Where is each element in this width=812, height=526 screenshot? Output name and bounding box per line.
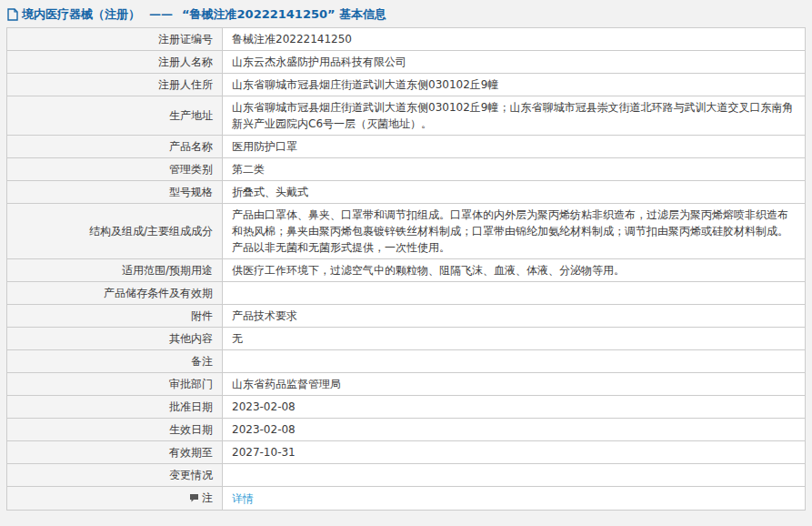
row-label-cell: 变更情况 — [7, 464, 223, 487]
row-value-cell: 山东省药品监督管理局 — [223, 373, 806, 396]
page: 境内医疗器械（注册） —— “鲁械注准20222141250” 基本信息 注册证… — [0, 0, 812, 511]
row-label: 生产地址 — [169, 109, 213, 122]
row-value — [232, 355, 236, 368]
table-row: 变更情况 — [7, 464, 806, 487]
row-label-cell: 产品储存条件及有效期 — [7, 282, 223, 305]
row-label-cell: 批准日期 — [7, 396, 223, 419]
row-value: 山东省聊城市冠县烟庄街道武训大道东侧030102丘9幢；山东省聊城市冠县崇文街道… — [232, 101, 793, 130]
comment-icon — [189, 491, 199, 507]
row-label-cell: 注册人住所 — [7, 74, 223, 96]
row-label: 有效期至 — [169, 446, 213, 459]
row-label: 适用范围/预期用途 — [122, 264, 213, 277]
row-value: 2023-02-08 — [232, 423, 296, 436]
row-value-cell — [223, 464, 806, 487]
row-value: 折叠式、头戴式 — [232, 186, 308, 198]
row-value-cell: 山东云杰永盛防护用品科技有限公司 — [223, 51, 806, 74]
row-label-cell: 注册人名称 — [7, 51, 223, 74]
table-row: 注册人住所 山东省聊城市冠县烟庄街道武训大道东侧030102丘9幢 — [7, 74, 806, 96]
row-value-cell: 2027-10-31 — [223, 441, 806, 464]
row-value-cell — [223, 282, 806, 305]
row-value-cell: 山东省聊城市冠县烟庄街道武训大道东侧030102丘9幢 — [223, 74, 806, 96]
table-row: 生产地址 山东省聊城市冠县烟庄街道武训大道东侧030102丘9幢；山东省聊城市冠… — [7, 96, 806, 136]
row-label-cell: 注册证编号 — [7, 28, 223, 51]
detail-link[interactable]: 详情 — [232, 492, 254, 505]
row-value — [232, 469, 236, 481]
row-value — [232, 287, 236, 299]
row-label-cell: 附件 — [7, 305, 223, 328]
table-row: 有效期至 2027-10-31 — [7, 441, 806, 464]
row-value: 供医疗工作环境下，过滤空气中的颗粒物、阻隔飞沫、血液、体液、分泌物等用。 — [232, 264, 625, 277]
row-value: 产品技术要求 — [232, 309, 297, 322]
row-label-cell: 备注 — [7, 350, 223, 373]
row-value-cell: 山东省聊城市冠县烟庄街道武训大道东侧030102丘9幢；山东省聊城市冠县崇文街道… — [223, 96, 806, 136]
row-value-cell: 2023-02-08 — [223, 419, 806, 441]
row-value-cell: 医用防护口罩 — [223, 136, 806, 158]
page-title-separator: —— — [149, 7, 173, 22]
registration-info-table: 注册证编号 鲁械注准20222141250 注册人名称 山东云杰永盛防护用品科技… — [6, 27, 806, 511]
table-row: 注册证编号 鲁械注准20222141250 — [7, 28, 806, 51]
row-value-cell: 产品由口罩体、鼻夹、口罩带和调节扣组成。口罩体的内外层为聚丙烯纺粘非织造布，过滤… — [223, 204, 806, 259]
row-label: 注册人名称 — [158, 56, 213, 68]
row-label: 其他内容 — [169, 332, 213, 345]
info-table-body: 注册证编号 鲁械注准20222141250 注册人名称 山东云杰永盛防护用品科技… — [7, 28, 806, 511]
row-label: 管理类别 — [169, 163, 213, 176]
row-value-cell: 无 — [223, 328, 806, 350]
row-value: 山东云杰永盛防护用品科技有限公司 — [232, 56, 406, 68]
row-value-cell: 供医疗工作环境下，过滤空气中的颗粒物、阻隔飞沫、血液、体液、分泌物等用。 — [223, 259, 806, 282]
table-row: 备注 — [7, 350, 806, 373]
row-value: 2023-02-08 — [232, 400, 296, 413]
table-row: 审批部门 山东省药品监督管理局 — [7, 373, 806, 396]
table-row: 产品储存条件及有效期 — [7, 282, 806, 305]
row-label-cell: 管理类别 — [7, 158, 223, 181]
page-title-right: “鲁械注准20222141250” 基本信息 — [182, 7, 386, 22]
row-label-cell: 适用范围/预期用途 — [7, 259, 223, 282]
row-value-cell: 折叠式、头戴式 — [223, 181, 806, 204]
row-label-cell: 生产地址 — [7, 96, 223, 136]
table-row: 型号规格 折叠式、头戴式 — [7, 181, 806, 204]
table-row: 其他内容 无 — [7, 328, 806, 350]
row-value-cell — [223, 350, 806, 373]
page-title: 境内医疗器械（注册） —— “鲁械注准20222141250” 基本信息 — [0, 0, 812, 27]
row-label-cell: 审批部门 — [7, 373, 223, 396]
row-value: 山东省药品监督管理局 — [232, 378, 341, 390]
row-label: 产品名称 — [169, 140, 213, 153]
row-label-cell: 产品名称 — [7, 136, 223, 158]
table-row: 结构及组成/主要组成成分 产品由口罩体、鼻夹、口罩带和调节扣组成。口罩体的内外层… — [7, 204, 806, 259]
row-value: 第二类 — [232, 163, 265, 176]
row-label: 产品储存条件及有效期 — [104, 287, 213, 299]
table-row: 注 详情 — [7, 487, 806, 511]
row-label: 批准日期 — [169, 400, 213, 413]
row-label-cell: 型号规格 — [7, 181, 223, 204]
row-label: 附件 — [191, 309, 213, 322]
row-label: 注 — [202, 491, 213, 504]
table-row: 注册人名称 山东云杰永盛防护用品科技有限公司 — [7, 51, 806, 74]
row-label: 结构及组成/主要组成成分 — [89, 225, 213, 238]
row-label: 审批部门 — [169, 378, 213, 390]
row-label: 注册人住所 — [158, 78, 213, 91]
row-label: 型号规格 — [169, 186, 213, 198]
table-row: 批准日期 2023-02-08 — [7, 396, 806, 419]
table-row: 附件 产品技术要求 — [7, 305, 806, 328]
row-value-cell: 2023-02-08 — [223, 396, 806, 419]
row-label: 注册证编号 — [158, 33, 213, 46]
row-value-cell: 详情 — [223, 487, 806, 511]
row-value: 医用防护口罩 — [232, 140, 297, 153]
row-label: 生效日期 — [169, 423, 213, 436]
row-value: 山东省聊城市冠县烟庄街道武训大道东侧030102丘9幢 — [232, 78, 498, 91]
row-value: 鲁械注准20222141250 — [232, 33, 352, 46]
row-label-cell: 有效期至 — [7, 441, 223, 464]
row-label: 变更情况 — [169, 469, 213, 481]
document-icon — [7, 8, 18, 21]
table-row: 产品名称 医用防护口罩 — [7, 136, 806, 158]
row-value-cell: 第二类 — [223, 158, 806, 181]
row-value: 2027-10-31 — [232, 446, 296, 459]
page-title-left: 境内医疗器械（注册） — [22, 7, 140, 22]
table-row: 生效日期 2023-02-08 — [7, 419, 806, 441]
row-value-cell: 产品技术要求 — [223, 305, 806, 328]
row-value-cell: 鲁械注准20222141250 — [223, 28, 806, 51]
row-value: 无 — [232, 332, 243, 345]
row-label-cell: 结构及组成/主要组成成分 — [7, 204, 223, 259]
row-label: 备注 — [191, 355, 213, 368]
table-row: 适用范围/预期用途 供医疗工作环境下，过滤空气中的颗粒物、阻隔飞沫、血液、体液、… — [7, 259, 806, 282]
table-row: 管理类别 第二类 — [7, 158, 806, 181]
